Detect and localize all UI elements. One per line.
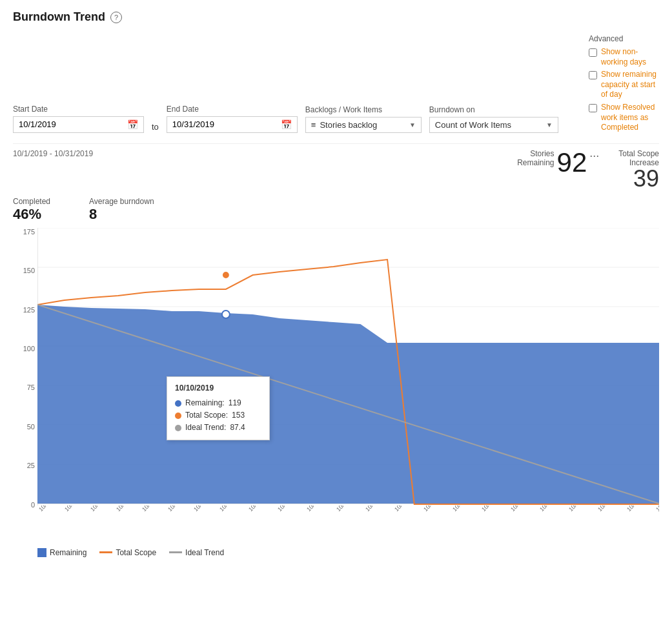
- show-nonworking-checkbox[interactable]: [589, 48, 597, 57]
- chart-legend: Remaining Total Scope Ideal Trend: [37, 544, 659, 561]
- legend-total-scope: Total Scope: [99, 548, 156, 557]
- start-date-group: Start Date 📅: [13, 105, 144, 133]
- total-scope-dot: [222, 271, 230, 279]
- chart-svg-container: 10/10/2019 Remaining: 119 Total Scope: 1…: [37, 228, 659, 506]
- legend-ideal-trend: Ideal Trend: [169, 548, 224, 557]
- tooltip-ideal-trend-row: Ideal Trend: 87.4: [175, 422, 261, 434]
- completed-value: 46%: [13, 206, 50, 223]
- x-axis-labels: 10/1/2019 10/2/2019 10/3/2019 10/4/2019 …: [37, 506, 659, 544]
- tooltip-ideal-trend-dot: [175, 425, 181, 431]
- tooltip-total-scope-row: Total Scope: 153: [175, 409, 261, 422]
- avg-burndown-label: Average burndown: [89, 197, 154, 206]
- show-remaining-capacity-checkbox[interactable]: [589, 71, 597, 79]
- stories-label: Stories: [517, 149, 554, 158]
- backlogs-group: Backlogs / Work Items ≡ Stories backlog …: [305, 105, 422, 133]
- kpi-row: Completed 46% Average burndown 8: [13, 193, 659, 228]
- backlogs-label: Backlogs / Work Items: [305, 105, 422, 114]
- start-date-input-wrap[interactable]: 📅: [13, 116, 144, 133]
- y-label-75: 75: [27, 383, 35, 391]
- start-date-label: Start Date: [13, 105, 144, 114]
- show-remaining-capacity-row: Show remaining capacity at start of day: [589, 70, 659, 100]
- help-icon[interactable]: ?: [110, 12, 122, 23]
- end-date-calendar-icon[interactable]: 📅: [281, 119, 292, 130]
- avg-burndown-block: Average burndown 8: [89, 197, 154, 223]
- avg-burndown-value: 8: [89, 206, 154, 223]
- stories-remaining-value: 92: [557, 149, 587, 176]
- show-resolved-row: Show Resolved work items as Completed: [589, 103, 659, 133]
- burndown-dropdown[interactable]: Count of Work Items ▼: [429, 117, 558, 133]
- tooltip-date: 10/10/2019: [175, 382, 261, 394]
- tooltip-remaining-dot: [175, 400, 181, 407]
- legend-total-scope-label: Total Scope: [116, 548, 156, 557]
- end-date-group: End Date 📅: [167, 105, 298, 133]
- end-date-input[interactable]: [172, 119, 281, 129]
- chart-tooltip: 10/10/2019 Remaining: 119 Total Scope: 1…: [167, 376, 270, 440]
- y-axis: 175 150 125 100 75 50 25 0: [13, 228, 37, 509]
- show-resolved-label[interactable]: Show Resolved work items as Completed: [601, 103, 659, 133]
- completed-block: Completed 46%: [13, 197, 50, 223]
- end-date-label: End Date: [167, 105, 298, 114]
- y-label-125: 125: [23, 306, 35, 314]
- tooltip-remaining-row: Remaining: 119: [175, 397, 261, 409]
- ideal-trend-swatch: [169, 551, 182, 553]
- burndown-label: Burndown on: [429, 105, 558, 114]
- chart-container: 175 150 125 100 75 50 25 0: [13, 228, 659, 544]
- date-range-label: 10/1/2019 - 10/31/2019: [13, 149, 93, 158]
- tooltip-remaining-value: 119: [229, 397, 241, 409]
- tooltip-remaining-label: Remaining:: [185, 397, 225, 409]
- show-resolved-checkbox[interactable]: [589, 104, 597, 112]
- end-date-input-wrap[interactable]: 📅: [167, 116, 298, 133]
- total-scope-swatch: [99, 551, 112, 553]
- total-scope-value: 39: [633, 167, 659, 190]
- backlogs-value: Stories backlog: [320, 120, 409, 130]
- tooltip-ideal-trend-value: 87.4: [230, 422, 245, 434]
- to-label: to: [152, 110, 159, 132]
- tooltip-ideal-trend-label: Ideal Trend:: [185, 422, 226, 434]
- chart-svg: [37, 228, 659, 506]
- show-nonworking-label[interactable]: Show non-working days: [601, 47, 659, 67]
- tooltip-total-scope-dot: [175, 413, 181, 419]
- advanced-section: Advanced Show non-working days Show rema…: [589, 34, 659, 133]
- stories-more-icon[interactable]: ···: [589, 149, 599, 163]
- stats-right: Stories Remaining 92 ··· Total Scope Inc…: [517, 149, 659, 190]
- total-scope-block: Total Scope Increase 39: [618, 149, 659, 190]
- start-date-calendar-icon[interactable]: 📅: [127, 119, 138, 130]
- remaining-dot: [222, 311, 230, 318]
- y-label-100: 100: [23, 345, 35, 352]
- legend-ideal-trend-label: Ideal Trend: [185, 548, 224, 557]
- tooltip-total-scope-value: 153: [232, 409, 245, 422]
- y-label-150: 150: [23, 267, 35, 274]
- legend-remaining-label: Remaining: [50, 548, 87, 557]
- burndown-value: Count of Work Items: [435, 120, 546, 130]
- start-date-input[interactable]: [19, 119, 127, 129]
- burndown-group: Burndown on Count of Work Items ▼: [429, 105, 558, 133]
- legend-remaining: Remaining: [37, 548, 87, 557]
- total-scope-label: Total Scope: [618, 149, 659, 158]
- stories-remaining-sublabel: Remaining: [517, 158, 554, 167]
- advanced-label: Advanced: [589, 34, 659, 43]
- backlog-icon: ≡: [311, 120, 316, 130]
- y-label-50: 50: [27, 423, 35, 431]
- stats-bar: 10/1/2019 - 10/31/2019 Stories Remaining…: [13, 143, 659, 193]
- y-label-25: 25: [27, 462, 35, 469]
- burndown-chevron-icon: ▼: [546, 121, 553, 128]
- remaining-swatch: [37, 548, 46, 557]
- completed-label: Completed: [13, 197, 50, 206]
- y-label-0: 0: [31, 501, 35, 509]
- y-label-175: 175: [23, 228, 35, 236]
- page-title: Burndown Trend: [13, 10, 105, 24]
- stories-remaining-block: Stories Remaining 92 ···: [517, 149, 599, 176]
- tooltip-total-scope-label: Total Scope:: [185, 409, 228, 422]
- backlogs-dropdown[interactable]: ≡ Stories backlog ▼: [305, 117, 422, 133]
- backlogs-chevron-icon: ▼: [409, 121, 416, 128]
- show-remaining-capacity-label[interactable]: Show remaining capacity at start of day: [601, 70, 659, 100]
- show-nonworking-row: Show non-working days: [589, 47, 659, 67]
